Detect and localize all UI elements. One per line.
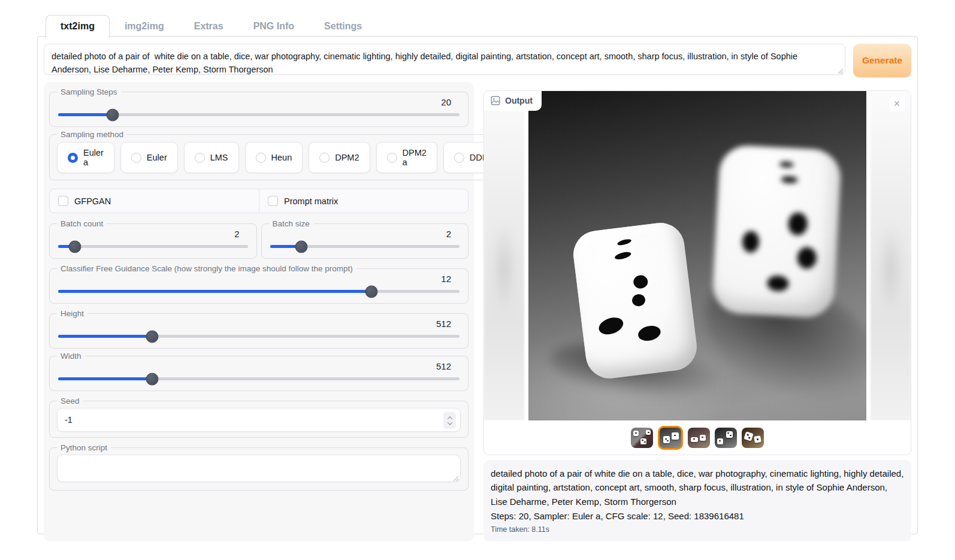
mini-die (640, 438, 646, 444)
settings-panel: Sampling Steps 20 Sampling method Euler … (44, 82, 474, 541)
radio-label: LMS (210, 153, 228, 162)
generation-info: detailed photo of a pair of white die on… (483, 460, 911, 541)
height-slider[interactable] (58, 335, 460, 338)
sampling-steps-value: 20 (57, 97, 461, 107)
prompt-input[interactable]: detailed photo of a pair of white die on… (44, 44, 845, 75)
slider-knob[interactable] (146, 373, 159, 385)
close-icon[interactable]: × (889, 96, 905, 111)
python-script-input[interactable] (57, 455, 461, 482)
sampling-steps-group: Sampling Steps 20 (49, 87, 469, 127)
prompt-matrix-checkbox[interactable] (268, 196, 278, 206)
mini-die (672, 432, 679, 440)
width-value: 512 (57, 361, 461, 371)
height-group: Height 512 (49, 309, 469, 349)
gfpgan-checkbox[interactable] (58, 196, 68, 206)
gfpgan-label: GFPGAN (74, 196, 111, 206)
slider-fill (58, 113, 113, 116)
slider-knob[interactable] (69, 240, 81, 253)
slider-knob[interactable] (146, 330, 159, 343)
radio-icon (387, 153, 397, 163)
mini-die (744, 431, 753, 441)
slider-fill (58, 335, 152, 338)
image-stage (484, 91, 911, 420)
slider-knob[interactable] (365, 285, 377, 298)
slider-knob[interactable] (107, 108, 119, 121)
radio-icon (454, 153, 464, 163)
batch-settings: Batch count 2 Batch size 2 (49, 219, 469, 264)
output-gallery: Output × (483, 90, 911, 455)
radio-lms[interactable]: LMS (184, 142, 239, 173)
tab-png-info[interactable]: PNG Info (238, 15, 309, 38)
image-side-blur-right (871, 91, 911, 420)
radio-euler-a[interactable]: Euler a (57, 142, 114, 173)
radio-label: DPM2 (335, 153, 359, 162)
prompt-matrix-checkbox-cell[interactable]: Prompt matrix (259, 189, 468, 213)
script-textarea-wrap (57, 453, 461, 485)
slider-knob[interactable] (295, 240, 307, 253)
mini-die (700, 435, 706, 441)
radio-label: Euler (147, 153, 167, 162)
cfg-scale-slider[interactable] (58, 290, 460, 293)
gallery-thumbnail-2-selected[interactable] (658, 426, 683, 450)
radio-icon (195, 153, 205, 163)
batch-size-label: Batch size (269, 219, 313, 228)
gallery-thumbnail-1[interactable] (631, 428, 653, 448)
mini-die (754, 435, 761, 443)
gallery-thumbnail-5[interactable] (742, 428, 764, 448)
main-container: detailed photo of a pair of white die on… (37, 36, 918, 534)
radio-selected-icon (68, 153, 78, 163)
output-label: Output (505, 96, 533, 105)
batch-count-value: 2 (57, 229, 249, 239)
radio-euler[interactable]: Euler (120, 142, 178, 173)
width-slider[interactable] (58, 377, 460, 380)
sampling-steps-label: Sampling Steps (57, 87, 121, 96)
tab-bar: txt2img img2img Extras PNG Info Settings (46, 14, 377, 37)
mini-die (717, 438, 723, 444)
batch-size-value: 2 (269, 229, 461, 239)
prompt-textarea-wrap: detailed photo of a pair of white die on… (44, 44, 845, 77)
radio-dpm2-a[interactable]: DPM2 a (376, 142, 437, 173)
seed-stepper[interactable] (443, 412, 456, 429)
radio-icon (319, 153, 330, 163)
radio-heun[interactable]: Heun (245, 142, 303, 173)
batch-size-group: Batch size 2 (261, 219, 469, 259)
sampling-steps-slider[interactable] (58, 113, 460, 116)
tab-img2img[interactable]: img2img (110, 15, 179, 38)
radio-label: Heun (271, 153, 292, 162)
batch-count-group: Batch count 2 (49, 219, 257, 259)
generated-image[interactable] (528, 91, 866, 420)
slider-fill (58, 290, 371, 293)
image-icon (491, 96, 500, 105)
tab-extras[interactable]: Extras (179, 15, 238, 38)
prompt-row: detailed photo of a pair of white die on… (44, 44, 911, 77)
mini-die (646, 430, 651, 435)
tab-settings[interactable]: Settings (309, 15, 377, 38)
resize-grip-icon[interactable] (452, 475, 459, 482)
radio-dpm2[interactable]: DPM2 (309, 142, 370, 173)
batch-size-slider[interactable] (270, 245, 460, 248)
radio-label: DPM2 a (403, 148, 427, 167)
height-value: 512 (57, 319, 461, 329)
cfg-scale-label: Classifier Free Guidance Scale (how stro… (57, 264, 356, 273)
gallery-thumbnail-4[interactable] (715, 428, 737, 448)
radio-label: Euler a (83, 148, 104, 167)
radio-icon (131, 153, 141, 163)
resize-grip-icon[interactable] (837, 68, 844, 74)
seed-value: -1 (65, 415, 72, 425)
chevron-down-icon[interactable] (447, 420, 452, 425)
output-header: Output (484, 91, 542, 111)
thumbnail-strip (484, 420, 911, 455)
seed-input[interactable]: -1 (57, 408, 461, 432)
generate-button[interactable]: Generate (853, 44, 911, 77)
mini-die (633, 431, 639, 436)
gfpgan-checkbox-cell[interactable]: GFPGAN (50, 189, 259, 213)
radio-icon (256, 153, 266, 163)
tab-txt2img[interactable]: txt2img (46, 15, 110, 38)
width-group: Width 512 (49, 352, 469, 391)
time-taken-text: Time taken: 8.11s (491, 525, 904, 534)
cfg-scale-group: Classifier Free Guidance Scale (how stro… (49, 264, 469, 304)
slider-fill (58, 377, 152, 380)
feature-toggles: GFPGAN Prompt matrix (49, 189, 469, 213)
batch-count-slider[interactable] (58, 245, 248, 248)
gallery-thumbnail-3[interactable] (688, 428, 710, 448)
